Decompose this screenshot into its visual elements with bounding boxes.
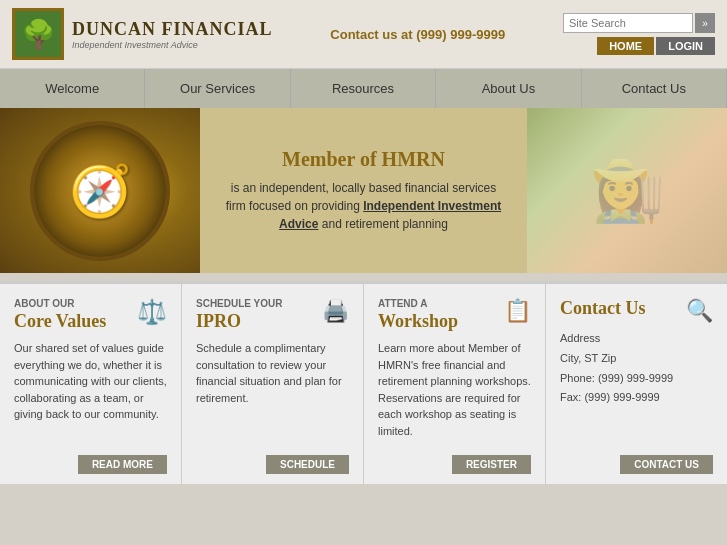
hero-center-content: Member of HMRN is an independent, locall… (200, 108, 527, 273)
hero-text-after: and retirement planning (318, 217, 447, 231)
hero-lady-image: 👩‍🌾 (527, 108, 727, 273)
contact-address-line2: City, ST Zip (560, 349, 713, 369)
hero-title: Member of HMRN (282, 148, 445, 171)
card-workshop: ATTEND A Workshop 📋 Learn more about Mem… (364, 284, 546, 484)
contact-address-line1: Address (560, 329, 713, 349)
search-button[interactable]: » (695, 13, 715, 33)
schedule-button[interactable]: SCHEDULE (266, 455, 349, 474)
card-title-ipro: IPRO (196, 311, 283, 332)
card-title-group-workshop: ATTEND A Workshop (378, 298, 458, 340)
scales-icon: ⚖️ (137, 298, 167, 326)
card-top-core-values: ABOUT OUR Core Values ⚖️ (14, 298, 167, 340)
page-header: 🌳 Duncan Financial Independent Investmen… (0, 0, 727, 69)
card-title-group-ipro: SCHEDULE YOUR IPRO (196, 298, 283, 340)
search-input[interactable] (563, 13, 693, 33)
read-more-button[interactable]: READ MORE (78, 455, 167, 474)
card-contact: Contact Us 🔍 Address City, ST Zip Phone:… (546, 284, 727, 484)
contact-info: Address City, ST Zip Phone: (999) 999-99… (560, 329, 713, 455)
card-label-workshop: ATTEND A (378, 298, 458, 309)
person-silhouette-icon: 👩‍🌾 (590, 155, 665, 226)
card-top-contact: Contact Us 🔍 (560, 298, 713, 329)
card-top-workshop: ATTEND A Workshop 📋 (378, 298, 531, 340)
magnifier-icon: 🔍 (686, 298, 713, 324)
card-text-ipro: Schedule a complimentary consultation to… (196, 340, 349, 445)
compass-icon: 🧭 (69, 162, 131, 220)
login-button[interactable]: LOGIN (656, 37, 715, 55)
nav-item-resources[interactable]: Resources (291, 69, 436, 108)
nav-item-about-us[interactable]: About Us (436, 69, 581, 108)
card-title-group-contact: Contact Us (560, 298, 646, 327)
nav-item-contact-us[interactable]: Contact Us (582, 69, 727, 108)
section-separator (0, 273, 727, 281)
hero-left-panel: 🧭 (0, 108, 200, 273)
printer-icon: 🖨️ (322, 298, 349, 324)
card-text-core-values: Our shared set of values guide everythin… (14, 340, 167, 445)
compass-image: 🧭 (30, 121, 170, 261)
contact-fax: Fax: (999) 999-9999 (560, 388, 713, 408)
logo-tree-icon: 🌳 (21, 18, 56, 51)
contact-us-button[interactable]: CONTACT US (620, 455, 713, 474)
card-title-group-core-values: ABOUT OUR Core Values (14, 298, 106, 340)
card-title-core-values: Core Values (14, 311, 106, 332)
nav-item-our-services[interactable]: Our Services (145, 69, 290, 108)
contact-phone: Phone: (999) 999-9999 (560, 369, 713, 389)
home-button[interactable]: HOME (597, 37, 654, 55)
main-nav: Welcome Our Services Resources About Us … (0, 69, 727, 108)
logo-text-area: Duncan Financial Independent Investment … (72, 19, 273, 50)
register-button[interactable]: REGISTER (452, 455, 531, 474)
card-text-workshop: Learn more about Member of HMRN's free f… (378, 340, 531, 445)
card-core-values: ABOUT OUR Core Values ⚖️ Our shared set … (0, 284, 182, 484)
header-contact-phone: Contact us at (999) 999-9999 (273, 27, 564, 42)
btn-row: HOME LOGIN (597, 37, 715, 55)
card-top-ipro: SCHEDULE YOUR IPRO 🖨️ (196, 298, 349, 340)
search-login-area: » HOME LOGIN (563, 13, 715, 55)
card-ipro: SCHEDULE YOUR IPRO 🖨️ Schedule a complim… (182, 284, 364, 484)
company-tagline: Independent Investment Advice (72, 40, 273, 50)
card-title-workshop: Workshop (378, 311, 458, 332)
hero-section: 🧭 Member of HMRN is an independent, loca… (0, 108, 727, 273)
search-row: » (563, 13, 715, 33)
card-label-core-values: ABOUT OUR (14, 298, 106, 309)
hero-right-panel: 👩‍🌾 (527, 108, 727, 273)
company-name: Duncan Financial (72, 19, 273, 40)
nav-item-welcome[interactable]: Welcome (0, 69, 145, 108)
card-label-ipro: SCHEDULE YOUR (196, 298, 283, 309)
hero-description: is an independent, locally based financi… (220, 179, 507, 233)
card-title-contact: Contact Us (560, 298, 646, 319)
logo-box: 🌳 (12, 8, 64, 60)
hero-background: 🧭 Member of HMRN is an independent, loca… (0, 108, 727, 273)
whiteboard-icon: 📋 (504, 298, 531, 324)
cards-section: ABOUT OUR Core Values ⚖️ Our shared set … (0, 281, 727, 484)
logo-area: 🌳 Duncan Financial Independent Investmen… (12, 8, 273, 60)
